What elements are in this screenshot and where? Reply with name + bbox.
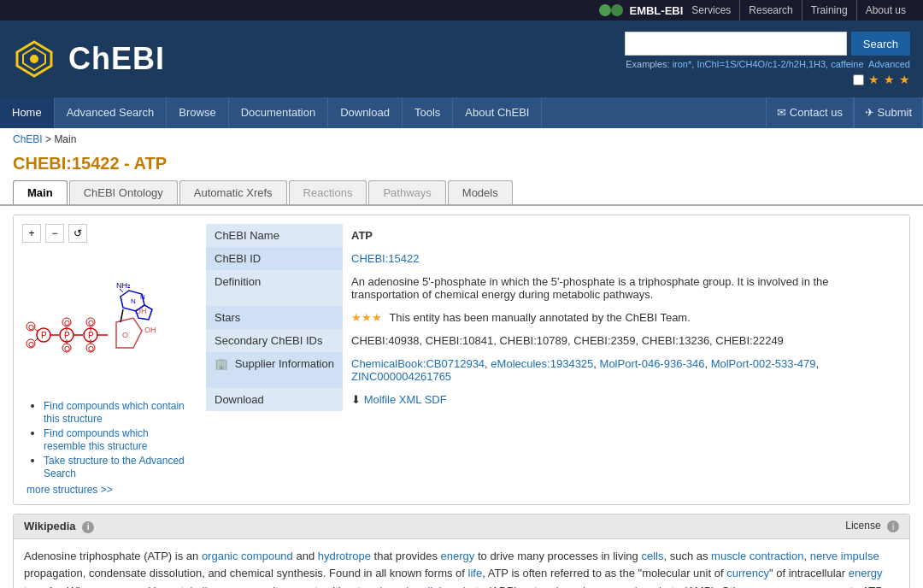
info-table: ChEBI Name ATP ChEBI ID CHEBI:15422 Defi… [206, 224, 901, 411]
reset-button[interactable]: ↺ [68, 224, 87, 243]
svg-text:N: N [131, 297, 136, 305]
wiki-nerve-impulse[interactable]: nerve impulse [810, 550, 879, 562]
wiki-amp[interactable]: adenosine monophosphate [546, 585, 680, 588]
svg-point-1 [611, 4, 623, 16]
supplier-molport1[interactable]: MolPort-046-936-346 [600, 357, 705, 370]
svg-text:O: O [64, 344, 70, 353]
svg-point-4 [30, 55, 38, 63]
wiki-cells[interactable]: cells [641, 550, 663, 562]
value-definition: An adenosine 5'-phosphate in which the 5… [343, 270, 901, 306]
license-info-icon[interactable]: i [887, 520, 899, 532]
topbar-about[interactable]: About us [857, 0, 914, 21]
supplier-chemicalbook[interactable]: ChemicalBook:CB0712934 [351, 357, 485, 370]
example-caffeine[interactable]: caffeine [831, 59, 863, 69]
tab-automatic-xrefs[interactable]: Automatic Xrefs [179, 180, 287, 204]
nav-browse[interactable]: Browse [167, 97, 228, 128]
topbar-training[interactable]: Training [802, 0, 857, 21]
search-input[interactable] [625, 32, 847, 56]
label-secondary-ids: Secondary ChEBI IDs [206, 329, 343, 352]
search-button[interactable]: Search [851, 32, 910, 56]
nav-documentation[interactable]: Documentation [229, 97, 328, 128]
stars-checkbox[interactable] [853, 74, 864, 85]
topbar-research[interactable]: Research [740, 0, 802, 21]
tab-chebi-ontology[interactable]: ChEBI Ontology [69, 180, 178, 204]
supplier-molport2[interactable]: MolPort-002-533-479 [711, 357, 816, 370]
embl-label: EMBL-EBI [629, 4, 683, 17]
tab-pathways[interactable]: Pathways [368, 180, 445, 204]
example-iron[interactable]: iron* [673, 59, 692, 69]
more-structures[interactable]: more structures >> [26, 484, 193, 496]
wiki-muscle-contraction[interactable]: muscle contraction [711, 550, 803, 562]
search-row: Search [625, 32, 910, 56]
label-definition: Definition [206, 270, 343, 306]
wiki-hydrotrope[interactable]: hydrotrope [318, 550, 371, 562]
topbar: EMBL-EBI Services Research Training Abou… [0, 0, 923, 21]
wiki-organic-compound[interactable]: organic compound [202, 550, 293, 562]
value-secondary-ids: CHEBI:40938, CHEBI:10841, CHEBI:10789, C… [343, 329, 901, 352]
row-definition: Definition An adenosine 5'-phosphate in … [206, 270, 901, 306]
main-content: + − ↺ P O O P O [13, 215, 910, 505]
breadcrumb-current: Main [54, 133, 76, 145]
svg-text:P: P [41, 331, 47, 340]
row-secondary-ids: Secondary ChEBI IDs CHEBI:40938, CHEBI:1… [206, 329, 901, 352]
advanced-search-link-header[interactable]: Advanced [868, 59, 910, 69]
label-stars: Stars [206, 306, 343, 329]
star2: ★ [884, 73, 895, 86]
chebi-logo-text: ChEBI [68, 41, 165, 77]
star3: ★ [899, 73, 910, 86]
breadcrumb-separator: > [45, 133, 54, 145]
topbar-services[interactable]: Services [683, 0, 740, 21]
tab-models[interactable]: Models [448, 180, 513, 204]
links-area: Find compounds which contain this struct… [22, 399, 193, 496]
nav-contact[interactable]: ✉ Contact us [766, 97, 854, 128]
wikipedia-section: Wikipedia i License i Adenosine triphosp… [13, 514, 910, 588]
svg-text:O: O [28, 340, 34, 349]
wiki-adp[interactable]: adenosine diphosphate [370, 585, 485, 588]
wiki-info-icon[interactable]: i [82, 521, 94, 533]
nav-advanced-search[interactable]: Advanced Search [55, 97, 168, 128]
stars-description: This entity has been manually annotated … [389, 311, 690, 324]
nav-submit[interactable]: ✈ Submit [854, 97, 923, 128]
chebi-id-link[interactable]: CHEBI:15422 [351, 252, 420, 265]
svg-text:O: O [88, 319, 94, 327]
example-inchi[interactable]: InChI=1S/CH4O/c1-2/h2H,1H3 [697, 59, 826, 69]
value-download: ⬇ Molfile XML SDF [343, 388, 901, 411]
svg-text:N: N [140, 293, 145, 301]
tab-reactions[interactable]: Reactions [289, 180, 367, 204]
download-molfile[interactable]: Molfile [364, 393, 397, 406]
wiki-body: Adenosine triphosphate (ATP) is an organ… [14, 539, 909, 588]
download-xml[interactable]: XML [399, 393, 421, 406]
tabs: Main ChEBI Ontology Automatic Xrefs Reac… [0, 180, 923, 206]
find-resembling-link[interactable]: Find compounds which resemble this struc… [44, 427, 149, 452]
nav-home[interactable]: Home [0, 97, 55, 128]
supplier-emolecules[interactable]: eMolecules:1934325 [491, 357, 593, 370]
star-rating: ★★★ [351, 311, 382, 324]
molecule-diagram: P O O P O O P [22, 250, 193, 386]
svg-text:OH: OH [144, 326, 156, 334]
advanced-search-struct-link[interactable]: Take structure to the Advanced Search [44, 455, 185, 479]
row-chebi-id: ChEBI ID CHEBI:15422 [206, 247, 901, 270]
nav-tools[interactable]: Tools [403, 97, 453, 128]
page-title: CHEBI:15422 - ATP [0, 150, 923, 180]
tab-main[interactable]: Main [13, 180, 68, 204]
content-inner: + − ↺ P O O P O [22, 224, 901, 496]
label-download: Download [206, 388, 343, 411]
zoom-in-button[interactable]: + [22, 224, 41, 243]
star1: ★ [868, 73, 879, 86]
wiki-currency[interactable]: currency [726, 567, 769, 579]
stars-row: ★ ★ ★ [853, 73, 910, 86]
header: ChEBI Search Examples: iron*, InChI=1S/C… [0, 21, 923, 97]
logo-area: ChEBI [13, 38, 165, 80]
svg-text:O: O [28, 323, 34, 332]
wiki-energy[interactable]: energy [441, 550, 475, 562]
nav-download[interactable]: Download [328, 97, 403, 128]
wiki-life[interactable]: life [468, 567, 483, 579]
zoom-out-button[interactable]: − [45, 224, 64, 243]
svg-point-0 [599, 4, 611, 16]
download-sdf[interactable]: SDF [425, 393, 447, 406]
nav-about-chebi[interactable]: About ChEBI [453, 97, 542, 128]
supplier-zinc[interactable]: ZINC000004261765 [351, 370, 451, 383]
breadcrumb-chebi[interactable]: ChEBI [13, 133, 43, 145]
find-containing-link[interactable]: Find compounds which contain this struct… [44, 400, 185, 425]
wiki-metabolic[interactable]: metabolic [165, 585, 213, 588]
